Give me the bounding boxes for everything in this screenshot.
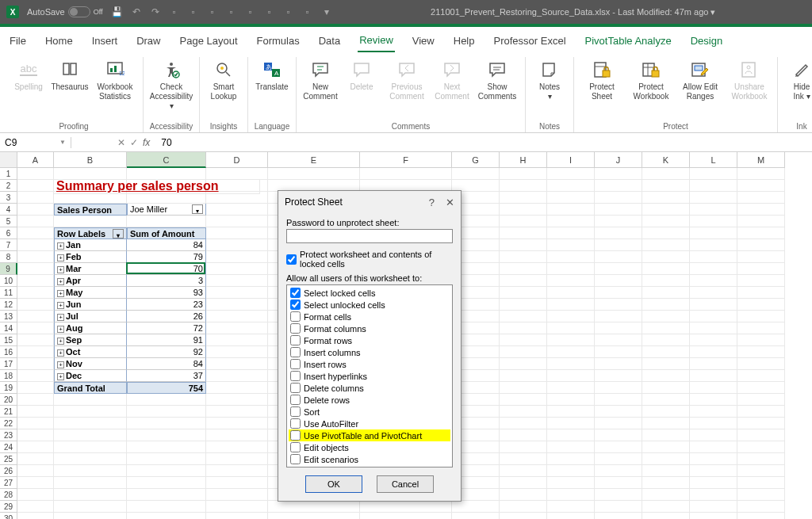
cell[interactable] <box>547 358 595 370</box>
cell[interactable] <box>268 168 360 180</box>
cell[interactable] <box>690 477 737 489</box>
permission-checkbox[interactable] <box>290 335 301 345</box>
cell[interactable] <box>690 513 737 519</box>
cell[interactable] <box>127 216 206 227</box>
expand-icon[interactable]: + <box>57 338 64 345</box>
select-all-corner[interactable] <box>0 152 17 168</box>
cell[interactable] <box>737 477 785 489</box>
pivot-row-label[interactable]: +Oct <box>54 346 127 358</box>
cell[interactable] <box>737 311 785 322</box>
cell[interactable] <box>17 322 54 334</box>
permission-select-unlocked-cells[interactable]: Select unlocked cells <box>289 299 450 311</box>
pivot-row-value[interactable]: 26 <box>127 311 206 322</box>
cell[interactable] <box>595 394 642 406</box>
cell[interactable] <box>737 489 785 501</box>
cell[interactable] <box>500 216 547 227</box>
cell[interactable] <box>642 251 690 263</box>
cell[interactable] <box>17 216 54 227</box>
tab-design[interactable]: Design <box>689 30 724 52</box>
cell[interactable] <box>500 334 547 346</box>
expand-icon[interactable]: + <box>57 373 64 380</box>
tab-page-layout[interactable]: Page Layout <box>178 30 239 52</box>
cell[interactable] <box>547 216 595 227</box>
cell[interactable] <box>54 168 127 180</box>
cell[interactable] <box>127 406 206 418</box>
cell[interactable] <box>547 489 595 501</box>
cell[interactable] <box>206 311 268 322</box>
undo-icon[interactable]: ↶ <box>130 6 143 18</box>
cell[interactable] <box>206 406 268 418</box>
qat-dropdown-icon[interactable]: ▾ <box>320 6 333 18</box>
pivot-row-label[interactable]: +Sep <box>54 334 127 346</box>
cell[interactable] <box>642 382 690 394</box>
cell[interactable] <box>690 406 737 418</box>
cell[interactable] <box>690 465 737 477</box>
cell[interactable] <box>500 453 547 465</box>
cell[interactable] <box>690 299 737 311</box>
tab-professor-excel[interactable]: Professor Excel <box>492 30 568 52</box>
column-header-H[interactable]: H <box>500 152 547 168</box>
cell[interactable] <box>54 441 127 453</box>
cell[interactable] <box>595 239 642 251</box>
document-title[interactable]: 211001_Prevent_Restoring_Source_Data.xls… <box>431 7 715 17</box>
permission-delete-columns[interactable]: Delete columns <box>289 382 450 394</box>
cell[interactable] <box>642 287 690 299</box>
cell[interactable] <box>690 382 737 394</box>
cell[interactable] <box>595 216 642 227</box>
cell[interactable] <box>547 322 595 334</box>
cell[interactable] <box>690 346 737 358</box>
cell[interactable] <box>206 346 268 358</box>
cell[interactable] <box>642 513 690 519</box>
column-header-J[interactable]: J <box>595 152 642 168</box>
row-header-25[interactable]: 25 <box>0 453 17 465</box>
name-box[interactable]: C9 ▼ <box>0 137 71 148</box>
cell[interactable] <box>500 489 547 501</box>
cell[interactable] <box>737 168 785 180</box>
cell[interactable] <box>547 227 595 239</box>
cell[interactable] <box>737 358 785 370</box>
permission-checkbox[interactable] <box>290 311 301 322</box>
cell[interactable] <box>595 358 642 370</box>
row-header-5[interactable]: 5 <box>0 216 17 227</box>
permission-checkbox[interactable] <box>290 371 301 381</box>
cell[interactable] <box>690 204 737 216</box>
column-header-E[interactable]: E <box>268 152 360 168</box>
cell[interactable] <box>17 453 54 465</box>
qat-icon[interactable]: ▫ <box>187 6 200 18</box>
cell[interactable] <box>127 453 206 465</box>
cell[interactable] <box>206 465 268 477</box>
cell[interactable] <box>127 513 206 519</box>
cell[interactable] <box>206 168 268 180</box>
cell[interactable] <box>17 251 54 263</box>
pivot-row-label[interactable]: +Jun <box>54 299 127 311</box>
cell[interactable] <box>690 418 737 429</box>
cell[interactable] <box>500 180 547 192</box>
cell[interactable] <box>690 311 737 322</box>
grand-total-value[interactable]: 754 <box>127 382 206 394</box>
cell[interactable] <box>595 429 642 441</box>
expand-icon[interactable]: + <box>57 242 64 250</box>
cell[interactable] <box>737 465 785 477</box>
cell[interactable] <box>642 334 690 346</box>
cell[interactable] <box>500 418 547 429</box>
workbook-button[interactable]: 123WorkbookStatistics <box>92 57 138 103</box>
permission-format-columns[interactable]: Format columns <box>289 322 450 334</box>
cell[interactable] <box>206 204 268 216</box>
filter-field-label[interactable]: Sales Person <box>54 204 127 216</box>
cell[interactable] <box>737 239 785 251</box>
cell[interactable] <box>17 489 54 501</box>
pivot-row-value[interactable]: 84 <box>127 239 206 251</box>
cell[interactable] <box>17 358 54 370</box>
grand-total-label[interactable]: Grand Total <box>54 382 127 394</box>
tab-file[interactable]: File <box>8 30 28 52</box>
cell[interactable] <box>595 513 642 519</box>
cell[interactable] <box>17 501 54 513</box>
qat-icon[interactable]: ▫ <box>263 6 276 18</box>
cell[interactable] <box>17 239 54 251</box>
cell[interactable] <box>642 263 690 275</box>
column-header-G[interactable]: G <box>452 152 500 168</box>
permission-format-cells[interactable]: Format cells <box>289 311 450 322</box>
cell[interactable] <box>54 501 127 513</box>
cell[interactable] <box>17 311 54 322</box>
row-labels-header[interactable]: Row Labels▾ <box>54 227 127 239</box>
